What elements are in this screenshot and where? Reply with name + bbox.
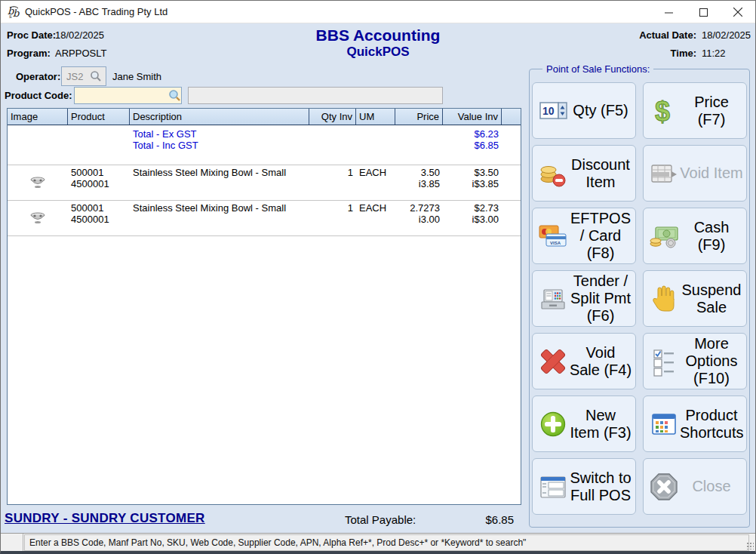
total-ex-gst-value: $6.23	[446, 128, 499, 140]
item-um: EACH	[356, 201, 395, 235]
column-header-description[interactable]: Description	[130, 109, 309, 125]
price-button-label: Price (F7)	[680, 94, 743, 128]
new-item-button-label: New Item (F3)	[569, 407, 632, 442]
product-search-icon[interactable]	[168, 89, 181, 105]
column-header-qty-inv[interactable]: Qty Inv	[309, 109, 356, 125]
column-header-price[interactable]: Price	[395, 109, 443, 125]
svg-text:$: $	[655, 96, 670, 126]
item-description: Stainless Steel Mixing Bowl - Small	[130, 165, 309, 200]
total-inc-gst-label: Total - Inc GST	[133, 140, 306, 151]
minimize-icon	[665, 8, 673, 17]
void-sale-button-label: Void Sale (F4)	[569, 344, 632, 379]
sale-items-table: Image Product Description Qty Inv UM Pri…	[7, 108, 521, 505]
credit-cards-icon: VISA	[538, 221, 568, 251]
table-row[interactable]: 500001 4500001 Stainless Steel Mixing Bo…	[8, 165, 521, 200]
total-payable-value: $6.85	[423, 513, 514, 526]
item-value-ex: $2.73	[446, 202, 499, 214]
table-header: Image Product Description Qty Inv UM Pri…	[8, 109, 521, 125]
item-qty: 1	[309, 201, 356, 235]
item-value-ex: $3.50	[446, 167, 499, 178]
product-code-label: Product Code:	[5, 90, 72, 101]
red-x-icon	[538, 346, 568, 377]
column-header-product[interactable]: Product	[68, 109, 130, 125]
item-qty: 1	[309, 165, 356, 200]
close-window-button[interactable]	[721, 1, 755, 23]
product-code-input[interactable]	[74, 87, 182, 104]
status-cell-left	[1, 534, 23, 552]
close-octagon-icon	[649, 472, 679, 502]
quickpos-window: b b s QuickPOS - ABC Trading Pty Ltd Pro…	[0, 0, 756, 554]
item-price-ex: 2.7273	[398, 202, 440, 214]
tender-split-button[interactable]: Tender / Split Pmt (F6)	[532, 270, 636, 327]
price-button[interactable]: $ Price (F7)	[643, 82, 747, 139]
customer-link[interactable]: SUNDRY - SUNDRY CUSTOMER	[5, 511, 205, 526]
product-code-1: 500001	[71, 202, 127, 214]
time-label: Time:	[636, 48, 696, 59]
cash-button[interactable]: Cash (F9)	[643, 208, 747, 264]
dollar-icon: $	[649, 96, 679, 126]
product-shortcuts-button[interactable]: Product Shortcuts	[643, 395, 747, 452]
new-item-button[interactable]: New Item (F3)	[532, 395, 636, 452]
actual-date-value: 18/02/2025	[702, 29, 751, 41]
product-code-2: 4500001	[71, 214, 127, 225]
maximize-icon	[699, 8, 708, 17]
item-price-inc: i3.00	[398, 214, 440, 225]
discount-coins-icon	[538, 159, 568, 189]
operator-name: Jane Smith	[112, 71, 161, 82]
close-icon	[733, 8, 742, 17]
shortcuts-grid-icon	[649, 409, 679, 439]
actual-date-label: Actual Date:	[636, 29, 696, 41]
bowl-icon	[29, 177, 46, 189]
status-hint-text: Enter a BBS Code, Manf Part No, SKU, Web…	[24, 534, 749, 551]
total-payable-label: Total Payable:	[345, 513, 416, 526]
svg-text:10: 10	[542, 105, 555, 117]
switch-full-pos-button-label: Switch to Full POS	[569, 469, 632, 504]
operator-search-icon[interactable]	[90, 70, 102, 85]
item-price-inc: i3.85	[398, 178, 440, 189]
svg-text:b: b	[13, 8, 20, 19]
item-price-ex: 3.50	[398, 167, 440, 178]
qty-button-label: Qty (F5)	[569, 102, 632, 119]
window-panels-icon	[538, 472, 568, 502]
product-image-cell	[8, 201, 68, 235]
product-description-field[interactable]	[188, 87, 443, 104]
discount-item-button[interactable]: Discount Item	[532, 145, 636, 202]
discount-item-button-label: Discount Item	[569, 156, 632, 191]
product-code-1: 500001	[71, 167, 127, 178]
resize-grip[interactable]	[746, 542, 754, 549]
more-options-button[interactable]: More Options (F10)	[643, 333, 747, 389]
total-ex-gst-label: Total - Ex GST	[133, 128, 306, 140]
bbs-logo-icon: b b s	[7, 5, 22, 20]
maximize-button[interactable]	[686, 1, 721, 23]
qty-button[interactable]: 10 Qty (F5)	[532, 82, 636, 139]
product-shortcuts-button-label: Product Shortcuts	[680, 407, 743, 442]
void-item-grid-icon	[649, 159, 679, 189]
window-title: QuickPOS - ABC Trading Pty Ltd	[25, 6, 167, 17]
svg-text:s: s	[9, 14, 12, 20]
void-sale-button[interactable]: Void Sale (F4)	[532, 333, 636, 389]
minimize-button[interactable]	[651, 1, 686, 23]
eftpos-card-button[interactable]: VISA EFTPOS / Card (F8)	[532, 208, 636, 264]
close-button-label: Close	[680, 478, 743, 495]
total-inc-gst-value: $6.85	[446, 140, 499, 151]
column-header-image[interactable]: Image	[8, 109, 68, 125]
cash-icon	[649, 221, 679, 251]
suspend-sale-button[interactable]: Suspend Sale	[643, 270, 747, 327]
column-header-value-inv[interactable]: Value Inv	[443, 109, 502, 125]
item-value-inc: i$3.85	[446, 178, 499, 189]
cash-register-icon	[538, 284, 568, 314]
item-um: EACH	[356, 165, 395, 200]
table-row[interactable]: 500001 4500001 Stainless Steel Mixing Bo…	[8, 200, 521, 235]
titlebar: b b s QuickPOS - ABC Trading Pty Ltd	[1, 1, 755, 23]
operator-label: Operator:	[16, 71, 60, 82]
item-description: Stainless Steel Mixing Bowl - Small	[130, 201, 309, 235]
column-header-um[interactable]: UM	[356, 109, 395, 125]
svg-text:VISA: VISA	[550, 241, 561, 245]
more-options-button-label: More Options (F10)	[680, 335, 743, 387]
totals-row: Total - Ex GST Total - Inc GST $6.23 $6.…	[8, 125, 521, 165]
qty-spinner-icon: 10	[538, 96, 568, 126]
checklist-icon	[649, 346, 679, 377]
hand-icon	[649, 284, 679, 314]
eftpos-card-button-label: EFTPOS / Card (F8)	[569, 210, 632, 262]
switch-full-pos-button[interactable]: Switch to Full POS	[532, 458, 636, 515]
